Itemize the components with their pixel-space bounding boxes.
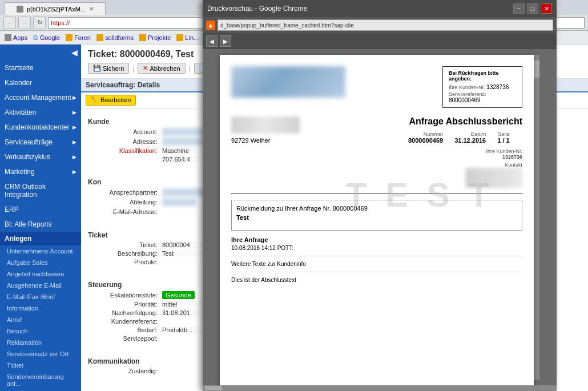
klassifikation-label: Klassifikation:: [88, 147, 162, 154]
sidebar-sub-information[interactable]: Information: [0, 303, 81, 314]
print-horizontal-scrollbar[interactable]: [203, 385, 557, 391]
print-window-title: Druckvorschau - Google Chrome: [207, 5, 307, 13]
email-label: E-Mail-Adresse:: [88, 208, 162, 215]
sidebar-sub-ausgehende-email[interactable]: Ausgehende E-Mail: [0, 280, 81, 291]
print-body-main: Ihre Anfrage 10.08.2016 14:12 POTT: Weit…: [231, 236, 522, 283]
produkt-label: Produkt:: [88, 259, 162, 265]
servicepool-label: Servicepool:: [88, 335, 162, 342]
bookmark-foren[interactable]: Foren: [66, 34, 91, 41]
sidebar-item-kontaktcenter[interactable]: Kundenkontaktcenter: [0, 120, 81, 135]
test-watermark: T E S T: [346, 175, 494, 215]
sidebar-header: ◀: [0, 45, 81, 61]
sidebar-sub-reklamation[interactable]: Reklamation: [0, 337, 81, 348]
tab-panel-label: Serviceauftrag: Details: [86, 81, 160, 89]
google-icon: G: [33, 34, 38, 41]
sidebar-sub-email-fax[interactable]: E-Mail /Fax /Brief: [0, 291, 81, 303]
print-scrollbar[interactable]: [534, 55, 539, 380]
window-controls: − □ ✕: [513, 3, 552, 14]
edit-button[interactable]: ✏️ Bearbeiten: [86, 95, 136, 106]
sidebar-toggle-btn[interactable]: ◀: [70, 48, 79, 57]
print-toolbar: ◀ ▶: [203, 33, 557, 49]
kunden-nr-value: 1328736: [486, 84, 509, 90]
sidebar-item-serviceauftraege[interactable]: Serviceaufträge: [0, 135, 81, 150]
extra-value: 707.654.4: [162, 156, 208, 163]
sidebar-sub-ticket[interactable]: Ticket: [0, 360, 81, 371]
minimize-button[interactable]: −: [513, 3, 525, 14]
print-separator-light-2: [231, 272, 522, 272]
ihre-anfrage-date: 10.08.2016 14:12 POTT:: [231, 245, 522, 251]
sidebar-item-marketing[interactable]: Marketing: [0, 164, 81, 179]
beschreibung-value: Test: [162, 250, 208, 257]
bookmark-solidforms[interactable]: solidforms: [96, 34, 134, 41]
sidebar-item-aktivitaeten[interactable]: Aktivitäten: [0, 105, 81, 120]
datum-value: 31.12.2016: [454, 137, 486, 144]
beschreibung-label: Beschreibung:: [88, 250, 162, 257]
sidebar-section-anlegen: Anlegen: [0, 232, 81, 245]
sidebar-sub-besuch[interactable]: Besuch: [0, 325, 81, 337]
sidebar-sub-sondervereinbarung[interactable]: Sondervereinbarung anl...: [0, 371, 81, 389]
scrollbar-thumb[interactable]: [534, 61, 539, 78]
adresse-value: [162, 138, 208, 146]
sidebar-sub-angebot[interactable]: Angebot nachfassen: [0, 268, 81, 280]
eskalation-label: Eskalationsstufe:: [88, 292, 162, 299]
zustaendig-label: Zuständig:: [88, 368, 162, 374]
bookmark-apps[interactable]: Apps: [5, 34, 27, 41]
bookmark-google[interactable]: G Google: [33, 34, 60, 41]
info-row-kunden-label: Ihre Kunden-Nr. 1328736: [449, 84, 516, 90]
main-tab[interactable]: p(bD1kZSZjPTAxM... ✕: [5, 2, 106, 15]
nummer-value: 8000000469: [408, 137, 443, 144]
reload-button[interactable]: ↻: [33, 17, 46, 29]
nachverfolgung-label: Nachverfolgung:: [88, 309, 162, 316]
print-city: 92729 Weiher: [231, 137, 300, 144]
save-icon: 💾: [93, 65, 101, 72]
save-button[interactable]: 💾 Sichern: [88, 63, 129, 74]
print-address-area: 92729 Weiher: [231, 116, 300, 188]
meta-kunden-nr-sub: Ihre Kunden-Nr. 1328736: [408, 148, 522, 160]
info-row-service-ref: Servicereferenz: 8000000469: [449, 91, 516, 103]
ihre-anfrage-label: Ihre Anfrage: [231, 236, 522, 243]
bookmark-projekte[interactable]: Projekte: [139, 34, 171, 41]
adresse-label: Adresse:: [88, 138, 162, 145]
abteilung-value: [162, 198, 196, 206]
sidebar-item-account[interactable]: Account Management: [0, 90, 81, 105]
ticket-label: Ticket:: [88, 241, 162, 248]
nachverfolgung-value: 31.08.201: [162, 309, 208, 316]
sidebar-sub-serviceeinsatz[interactable]: Serviceeinsatz vor Ort: [0, 348, 81, 360]
sidebar-item-startseite[interactable]: Startseite: [0, 61, 81, 75]
sidebar-item-crm-outlook[interactable]: CRM Outlook Integration: [0, 179, 81, 202]
h-scrollbar-thumb[interactable]: [205, 386, 222, 390]
print-doc-meta: Nummer 8000000469 Datum 31.12.2016 Seite…: [408, 131, 522, 144]
sidebar-item-erp[interactable]: ERP: [0, 202, 81, 217]
seite-label: Seite: [497, 131, 509, 137]
back-button[interactable]: ←: [3, 17, 16, 29]
cancel-button[interactable]: ✕ Abbrechen: [138, 63, 185, 74]
sidebar: ◀ Startseite Kalender Account Management…: [0, 45, 81, 391]
print-url-bar[interactable]: [218, 19, 553, 31]
close-button[interactable]: ✕: [541, 3, 552, 14]
tab-close-btn[interactable]: ✕: [89, 6, 94, 12]
print-next-btn[interactable]: ▶: [220, 35, 231, 47]
sidebar-item-verkaufszyklus[interactable]: Verkaufszyklus: [0, 150, 81, 164]
print-prev-btn[interactable]: ◀: [206, 35, 218, 47]
maximize-button[interactable]: □: [527, 3, 538, 14]
sidebar-sub-aufgabe-sales[interactable]: Aufgabe Sales: [0, 257, 81, 268]
bedarf-label: Bedarf:: [88, 326, 162, 333]
meta-nummer: Nummer 8000000469: [408, 131, 443, 144]
bookmark-lin[interactable]: Lin...: [176, 34, 199, 41]
account-label: Account:: [88, 128, 162, 135]
print-separator-light: [231, 256, 522, 256]
ansprechpartner-label: Ansprechpartner:: [88, 189, 162, 196]
sidebar-sub-anruf[interactable]: Anruf: [0, 314, 81, 325]
info-box-title: Bei Rückfragen bitte angeben:: [449, 70, 516, 82]
apps-icon: [5, 34, 11, 41]
cancel-icon: ✕: [143, 65, 148, 72]
prioritaet-value: mittel: [162, 301, 208, 308]
security-warning-icon: ▲: [206, 21, 215, 30]
meta-datum: Datum 31.12.2016: [454, 131, 486, 144]
sidebar-sub-unternehmens-account[interactable]: Unternehmens-Account: [0, 245, 81, 257]
sidebar-item-kalender[interactable]: Kalender: [0, 75, 81, 90]
seite-value: 1 / 1: [497, 137, 509, 144]
forward-button[interactable]: →: [18, 17, 31, 29]
print-page: Bei Rückfragen bitte angeben: Ihre Kunde…: [220, 55, 534, 385]
sidebar-item-bi-reports[interactable]: BI: Alle Reports: [0, 217, 81, 232]
